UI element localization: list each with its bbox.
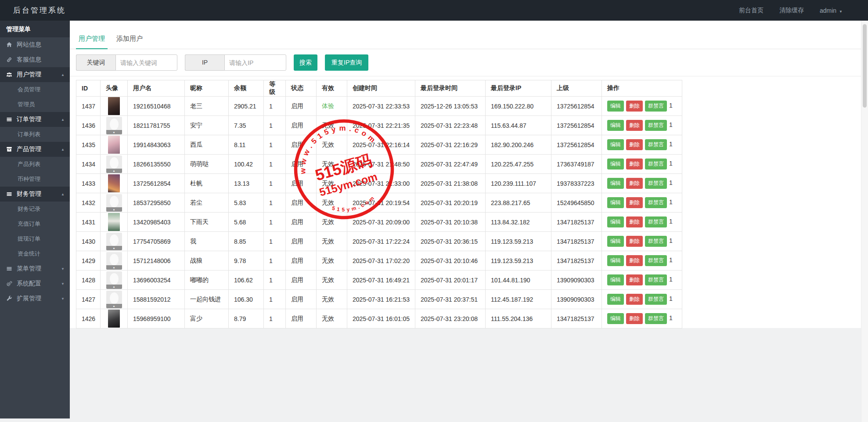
group-mute-button[interactable]: 群禁言 xyxy=(645,120,667,131)
user-menu[interactable]: admin▼ xyxy=(820,7,843,14)
delete-button[interactable]: 删除 xyxy=(626,313,643,324)
sidebar-item-site-info[interactable]: 网站信息 xyxy=(0,37,70,52)
chevron-down-icon: ▼ xyxy=(61,267,65,271)
ip-input[interactable] xyxy=(224,54,286,71)
tab-add-user[interactable]: 添加用户 xyxy=(114,35,145,49)
nav-front-home[interactable]: 前台首页 xyxy=(739,7,764,14)
sidebar-subitem-withdraw-orders[interactable]: 提现订单 xyxy=(0,231,70,246)
group-mute-button[interactable]: 群禁言 xyxy=(645,313,667,324)
delete-button[interactable]: 删除 xyxy=(626,178,643,189)
table-row: 1427▲15881592012一起向钱进106.301启用无效2025-07-… xyxy=(76,290,682,309)
cell-nickname: 萌萌哒 xyxy=(185,155,229,174)
edit-button[interactable]: 编辑 xyxy=(607,197,624,208)
cell-level: 1 xyxy=(264,174,286,193)
group-mute-button[interactable]: 群禁言 xyxy=(645,255,667,266)
valid-badge: 无效 xyxy=(322,180,334,187)
delete-button[interactable]: 删除 xyxy=(626,101,643,112)
cell-created: 2025-07-31 22:16:14 xyxy=(347,135,415,155)
delete-button[interactable]: 删除 xyxy=(626,139,643,150)
delete-button[interactable]: 删除 xyxy=(626,120,643,131)
column-header-0: ID xyxy=(76,80,101,97)
search-button[interactable]: 搜索 xyxy=(294,54,317,71)
cell-created: 2025-07-31 22:33:53 xyxy=(347,97,415,116)
group-mute-button[interactable]: 群禁言 xyxy=(645,178,667,189)
duplicate-ip-button[interactable]: 重复IP查询 xyxy=(325,54,368,71)
ip-label: IP xyxy=(185,54,224,71)
sidebar-subitem-funds-statistics[interactable]: 资金统计 xyxy=(0,246,70,261)
sidebar-item-extension-management[interactable]: 扩展管理▼ xyxy=(0,291,70,306)
group-mute-button[interactable]: 群禁言 xyxy=(645,236,667,247)
edit-button[interactable]: 编辑 xyxy=(607,120,624,131)
delete-button[interactable]: 删除 xyxy=(626,236,643,247)
sidebar-item-finance-management[interactable]: 财务管理▲ xyxy=(0,187,70,202)
cell-nickname: 战狼 xyxy=(185,251,229,271)
mute-count: 1 xyxy=(669,102,673,109)
sidebar-item-menu-management[interactable]: 菜单管理▼ xyxy=(0,261,70,276)
sidebar-subitem-recharge-orders[interactable]: 充值订单 xyxy=(0,216,70,231)
delete-button[interactable]: 删除 xyxy=(626,294,643,305)
group-mute-button[interactable]: 群禁言 xyxy=(645,216,667,227)
group-mute-button[interactable]: 群禁言 xyxy=(645,101,667,112)
valid-badge: 无效 xyxy=(322,160,334,167)
edit-button[interactable]: 编辑 xyxy=(607,216,624,227)
scrollbar-thumb[interactable] xyxy=(863,24,867,108)
nav-clear-cache[interactable]: 清除缓存 xyxy=(779,7,804,14)
group-mute-button[interactable]: 群禁言 xyxy=(645,274,667,285)
sidebar-subitem-member-management[interactable]: 会员管理 xyxy=(0,82,70,97)
avatar-default: ▲ xyxy=(106,194,122,212)
edit-button[interactable]: 编辑 xyxy=(607,255,624,266)
vertical-scrollbar[interactable] xyxy=(861,21,868,422)
avatar-photo xyxy=(108,136,120,154)
mute-count: 1 xyxy=(669,160,673,167)
cell-created: 2025-07-31 21:33:00 xyxy=(347,174,415,193)
cell-balance: 8.85 xyxy=(229,232,264,251)
group-mute-button[interactable]: 群禁言 xyxy=(645,197,667,208)
delete-button[interactable]: 删除 xyxy=(626,159,643,170)
edit-button[interactable]: 编辑 xyxy=(607,294,624,305)
cell-avatar xyxy=(101,213,128,232)
sidebar-item-support-info[interactable]: 客服信息 xyxy=(0,52,70,67)
column-header-11: 上级 xyxy=(551,80,602,97)
cell-balance: 2905.21 xyxy=(229,97,264,116)
cell-status: 启用 xyxy=(286,290,317,309)
group-mute-button[interactable]: 群禁言 xyxy=(645,159,667,170)
table-row: 143113420985403下雨天5.681启用无效2025-07-31 20… xyxy=(76,213,682,232)
delete-button[interactable]: 删除 xyxy=(626,216,643,227)
delete-button[interactable]: 删除 xyxy=(626,255,643,266)
edit-button[interactable]: 编辑 xyxy=(607,313,624,324)
edit-button[interactable]: 编辑 xyxy=(607,178,624,189)
column-header-1: 头像 xyxy=(101,80,128,97)
edit-button[interactable]: 编辑 xyxy=(607,139,624,150)
table-row: 1430▲17754705869我8.851启用无效2025-07-31 17:… xyxy=(76,232,682,251)
keyword-input-group: 关键词 xyxy=(76,54,177,71)
sidebar-item-system-config[interactable]: 系统配置▼ xyxy=(0,276,70,291)
table-row: 143313725612854杜帆13.131启用无效2025-07-31 21… xyxy=(76,174,682,193)
delete-button[interactable]: 删除 xyxy=(626,274,643,285)
sidebar-subitem-currency-management[interactable]: 币种管理 xyxy=(0,172,70,187)
sidebar-subitem-product-list[interactable]: 产品列表 xyxy=(0,157,70,172)
sidebar-item-user-management[interactable]: 用户管理▲ xyxy=(0,67,70,82)
edit-button[interactable]: 编辑 xyxy=(607,274,624,285)
sidebar-subitem-administrators[interactable]: 管理员 xyxy=(0,97,70,112)
cell-avatar: ▲ xyxy=(101,116,128,135)
sidebar-item-label: 扩展管理 xyxy=(17,295,41,303)
delete-button[interactable]: 删除 xyxy=(626,197,643,208)
sidebar-item-order-management[interactable]: 订单管理▲ xyxy=(0,112,70,127)
users-icon xyxy=(6,72,13,78)
cell-valid: 无效 xyxy=(317,135,347,155)
sidebar-subitem-finance-records[interactable]: 财务记录 xyxy=(0,202,70,216)
cell-username: 13696003254 xyxy=(128,271,185,290)
mute-count: 1 xyxy=(669,295,673,302)
chevron-up-icon: ▲ xyxy=(61,192,65,196)
edit-button[interactable]: 编辑 xyxy=(607,159,624,170)
group-mute-button[interactable]: 群禁言 xyxy=(645,294,667,305)
sidebar-subitem-order-list[interactable]: 订单列表 xyxy=(0,127,70,142)
tab-user-management[interactable]: 用户管理 xyxy=(76,35,108,49)
sidebar-item-product-management[interactable]: 产品管理▲ xyxy=(0,142,70,157)
group-mute-button[interactable]: 群禁言 xyxy=(645,139,667,150)
edit-button[interactable]: 编辑 xyxy=(607,236,624,247)
cell-created: 2025-07-31 16:01:05 xyxy=(347,309,415,328)
edit-button[interactable]: 编辑 xyxy=(607,101,624,112)
keyword-input[interactable] xyxy=(115,54,177,71)
cell-level: 1 xyxy=(264,213,286,232)
